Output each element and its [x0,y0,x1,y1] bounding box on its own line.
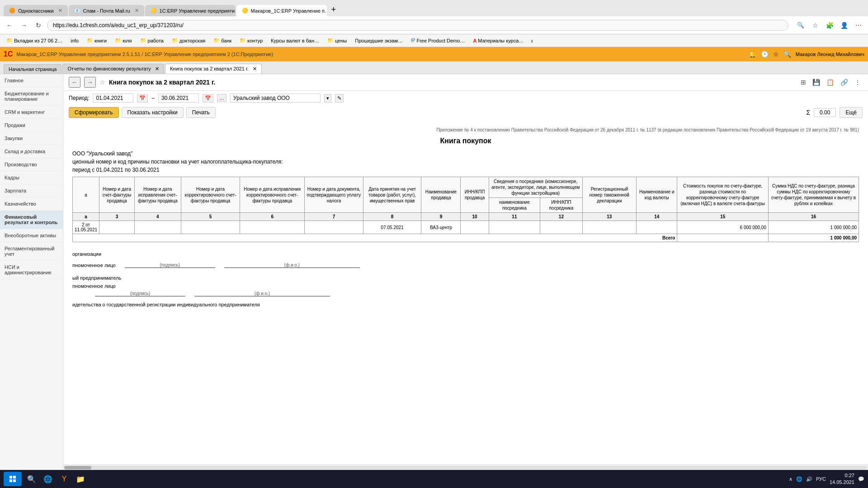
sidebar-item-crm[interactable]: CRM и маркетинг [0,106,63,119]
doc-nav-forward[interactable]: → [84,77,96,88]
doc-copy-icon[interactable]: 📋 [825,78,836,87]
tray-speaker-icon[interactable]: 🔊 [806,476,812,482]
tab-odnoklassniki[interactable]: 🟠 Одноклассники ✕ [4,5,68,16]
app-tab-financial[interactable]: Отчеты по финансовому результату ✕ [62,64,164,74]
browser-extension-icon[interactable]: 🧩 [824,19,835,31]
bookmark-bank[interactable]: 📁 банк [211,37,234,44]
bookmark-folders-2706[interactable]: 📁 Вкладки из 27 06 2… [4,37,65,44]
period-to-calendar-button[interactable]: 📅 [203,94,213,103]
bookmark-folder-icon3: 📁 [115,38,121,43]
tab-erp2[interactable]: 🟡 Макаров_1С:ERP Управление п… ✕ [236,5,327,16]
print-button[interactable]: Печать [186,107,216,118]
app-favorites-icon[interactable]: ☆ [773,51,779,58]
col-num-4: 4 [135,213,181,221]
app-tab-close-purchases[interactable]: ✕ [253,66,257,71]
sidebar-item-main[interactable]: Главное [0,74,63,87]
organization-input[interactable] [230,94,321,103]
org-select-button[interactable]: ▾ [324,94,331,103]
search-icon[interactable]: 🔍 [795,19,807,31]
bookmark-exams[interactable]: Прошедшие экзам… [352,37,406,44]
bookmark-knigi[interactable]: 📁 книги [84,37,109,44]
sidebar-item-sales[interactable]: Продажи [0,119,63,132]
sig-sign-label1: (подпись) [160,263,180,267]
back-button[interactable]: ← [4,19,15,31]
period-from-input[interactable] [93,94,133,103]
app-tab-close-financial[interactable]: ✕ [155,66,159,71]
start-button[interactable] [4,472,22,486]
sidebar-item-finance[interactable]: Финансовый результат и контроль [0,211,63,229]
bookmark-work[interactable]: 📁 работа [137,37,166,44]
org-edit-button[interactable]: ✎ [335,94,344,103]
sidebar-item-fixed-assets[interactable]: Внеоборотные активы [0,229,63,242]
tab-erp1[interactable]: 🟡 1С:ERP Управление предприяти… ✕ [145,5,236,16]
sidebar-item-budget[interactable]: Бюджетирование и планирование [0,87,63,106]
bookmarks-more-icon[interactable]: › [531,37,533,44]
tab-label-erp2: Макаров_1С:ERP Управление п… [251,8,327,14]
url-bar[interactable] [47,20,788,31]
bookmark-info[interactable]: info [68,37,81,44]
bookmark-folder-icon2: 📁 [87,38,93,43]
sidebar-item-salary[interactable]: Зарплата [0,184,63,197]
system-clock[interactable]: 0:27 14.05.2021 [830,472,854,486]
doc-favorite-icon[interactable]: ☆ [99,79,105,86]
tab-close-mail[interactable]: ✕ [135,8,139,14]
tray-chevron-icon[interactable]: ∧ [789,476,793,482]
sig-fio-label2: (ф.и.о.) [255,291,270,296]
taskbar-yandex-icon[interactable]: Y [57,472,71,486]
tab-label-erp1: 1С:ERP Управление предприяти… [160,8,236,14]
sidebar-item-treasury[interactable]: Казначейство [0,197,63,211]
col-header-5: Номер и дата корректировочного счет-факт… [181,177,240,213]
tab-close-odnoklassniki[interactable]: ✕ [58,8,62,14]
generate-button[interactable]: Сформировать [69,107,119,118]
sidebar-item-production[interactable]: Производство [0,158,63,171]
period-range-button[interactable]: … [217,94,226,102]
browser-menu-icon[interactable]: ⋯ [853,19,864,31]
doc-link-icon[interactable]: 🔗 [839,78,850,87]
doc-nav-back[interactable]: ← [69,77,80,88]
horizontal-scrollbar[interactable] [63,465,868,470]
bookmark-kontur[interactable]: 📁 контур [237,37,265,44]
bookmark-star-icon[interactable]: ☆ [809,19,821,31]
new-tab-button[interactable]: + [328,3,340,16]
app-history-icon[interactable]: 🕐 [761,51,769,58]
doc-save-icon[interactable]: 💾 [811,78,822,87]
col-header-a: а [73,177,99,213]
refresh-button[interactable]: ↻ [33,19,44,31]
taskbar-explorer-icon[interactable]: 📁 [73,472,88,486]
tab-mail[interactable]: 📧 Спам - Почта Mail.ru ✕ [69,5,144,16]
col-header-4: Номер и дата исправления счет-фактуры пр… [135,177,181,213]
windows-taskbar: 🔍 🌐 Y 📁 ∧ 🌐 🔊 РУС 0:27 14.05.2021 💬 [0,470,868,488]
sidebar-item-warehouse[interactable]: Склад и доставка [0,145,63,158]
app-user-name[interactable]: Макаров Леонид Михайлович [796,52,864,57]
tray-notification-icon[interactable]: 💬 [858,476,864,482]
bookmark-currency[interactable]: Курсы валют в бан… [268,37,322,44]
sidebar-item-nsi[interactable]: НСИ и администрирование [0,261,63,279]
taskbar-edge-icon[interactable]: 🌐 [41,472,55,486]
settings-button[interactable]: Показать настройки [122,107,184,118]
app-search-icon[interactable]: 🔍 [783,51,791,58]
bookmark-doctoral[interactable]: 📁 докторская [169,37,208,44]
bookmark-free-demo[interactable]: IP Free Product Demo… [408,37,467,44]
period-to-input[interactable] [158,94,199,103]
tray-network-icon[interactable]: 🌐 [796,476,802,482]
bookmark-prices[interactable]: 📁 цены [325,37,349,44]
sidebar-item-hr[interactable]: Кадры [0,171,63,184]
document-title-bar: ← → ☆ Книга покупок за 2 квартал 2021 г.… [63,74,868,91]
browser-profile-icon[interactable]: 👤 [838,19,850,31]
period-from-calendar-button[interactable]: 📅 [137,94,148,103]
sig-sign-label2: (подпись) [130,291,150,296]
bookmark-materials[interactable]: A Материалы курса… [470,37,526,44]
doc-table-view-icon[interactable]: ⊞ [799,78,808,87]
taskbar-search-icon[interactable]: 🔍 [24,472,39,486]
sidebar-item-regulated[interactable]: Регламентированный учет [0,242,63,261]
report-area[interactable]: Приложение № 4 к постановлению Правитель… [63,120,868,465]
app-tab-purchases[interactable]: Книга покупок за 2 квартал 2021 г. ✕ [165,64,262,74]
forward-button[interactable]: → [18,19,30,31]
app-tab-home[interactable]: Начальная страница [4,64,61,74]
bookmark-folder-icon8: 📁 [327,38,334,43]
doc-more-icon[interactable]: ⋮ [853,78,863,87]
bookmark-julia[interactable]: 📁 юля [112,37,134,44]
app-bell-icon[interactable]: 🔔 [749,51,756,58]
sidebar-item-purchases[interactable]: Закупки [0,132,63,145]
more-button[interactable]: Ещё [840,107,863,118]
